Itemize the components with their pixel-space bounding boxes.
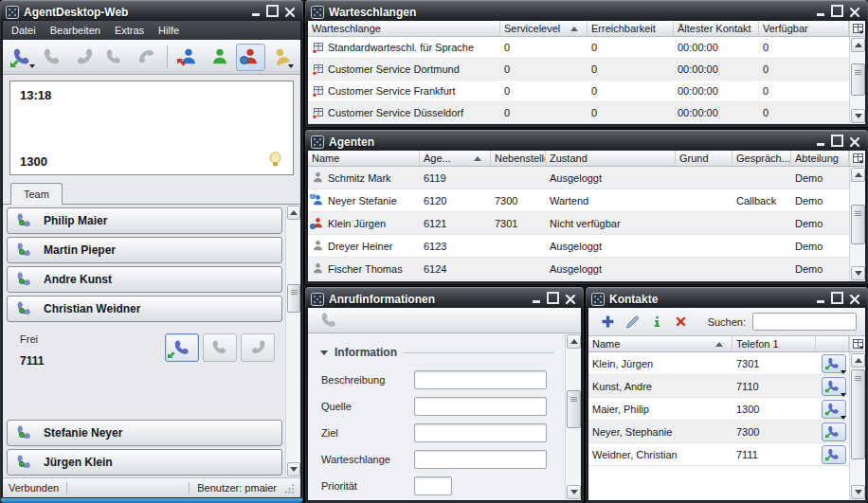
maximize-button[interactable]	[546, 293, 560, 305]
minimize-button[interactable]	[813, 293, 827, 305]
titlebar[interactable]: Agenten	[308, 133, 865, 151]
scroll-down-button[interactable]	[287, 462, 300, 476]
close-button[interactable]	[282, 6, 297, 18]
column-chooser-button[interactable]	[849, 21, 865, 36]
contact-info-button[interactable]	[645, 311, 668, 333]
scroll-down-button[interactable]	[851, 266, 865, 280]
agents-scrollbar[interactable]	[849, 167, 865, 281]
agent-not-available-button[interactable]	[236, 44, 265, 71]
scroll-thumb[interactable]	[287, 284, 300, 313]
table-row[interactable]: Neyer, Stephanie 7300	[588, 421, 865, 443]
table-row[interactable]: Customer Service Dortmund 0 0 00:00:00 0	[308, 59, 865, 81]
table-row[interactable]: Customer Service Düsseldorf 0 0 00:00:00…	[308, 102, 865, 124]
maximize-button[interactable]	[830, 135, 844, 148]
column-header-agent-id[interactable]: Age...	[420, 151, 491, 166]
titlebar[interactable]: AgentDesktop-Web	[3, 3, 300, 21]
call-contact-button[interactable]	[822, 400, 846, 419]
titlebar[interactable]: Kontakte	[588, 290, 865, 308]
scroll-thumb[interactable]	[851, 205, 865, 244]
titlebar[interactable]: Warteschlangen	[308, 3, 865, 21]
menu-datei[interactable]: Datei	[11, 25, 36, 36]
hangup-call-button[interactable]	[131, 44, 160, 71]
table-row[interactable]: Klein Jürgen 6121 7301 Nicht verfügbar D…	[308, 212, 865, 235]
transfer-to-member-button[interactable]	[203, 333, 237, 362]
minimize-button[interactable]	[529, 293, 543, 305]
close-button[interactable]	[847, 293, 861, 305]
call-contact-button[interactable]	[822, 377, 846, 396]
minimize-button[interactable]	[813, 6, 827, 18]
call-contact-button[interactable]	[822, 354, 846, 373]
menu-bearbeiten[interactable]: Bearbeiten	[50, 25, 100, 36]
team-scrollbar[interactable]	[285, 205, 300, 477]
titlebar[interactable]: Anrufinformationen	[308, 290, 581, 308]
call-button[interactable]	[8, 44, 37, 71]
scroll-thumb[interactable]	[851, 369, 865, 459]
column-header-grund[interactable]: Grund	[676, 151, 732, 166]
table-row[interactable]: Fischer Thomas 6124 Ausgeloggt Demo	[308, 258, 865, 280]
call-contact-button[interactable]	[822, 422, 846, 441]
add-contact-button[interactable]	[597, 311, 620, 333]
column-header-name[interactable]: Name	[588, 336, 732, 351]
forward-call-button[interactable]	[69, 44, 99, 71]
column-header-gespraech[interactable]: Gespräch...	[732, 151, 791, 166]
close-button[interactable]	[847, 135, 861, 148]
column-header-aeltester-kontakt[interactable]: Ältester Kontakt	[674, 21, 759, 36]
menu-hilfe[interactable]: Hilfe	[158, 25, 179, 36]
column-header-servicelevel[interactable]: Servicelevel	[500, 21, 588, 36]
delete-contact-button[interactable]	[670, 311, 693, 333]
pickup-call-button[interactable]	[39, 44, 68, 71]
team-member-juergen-klein[interactable]: Jürgen Klein	[7, 449, 282, 476]
table-row[interactable]: Schmitz Mark 6119 Ausgeloggt Demo	[308, 167, 865, 189]
scroll-down-button[interactable]	[851, 109, 865, 123]
column-header-zustand[interactable]: Zustand	[546, 151, 676, 166]
agent-status-edit-button[interactable]	[267, 44, 297, 71]
column-header-actions[interactable]	[816, 336, 849, 351]
quelle-field[interactable]	[414, 397, 547, 416]
edit-contact-button[interactable]	[622, 311, 644, 333]
maximize-button[interactable]	[830, 293, 844, 305]
column-chooser-button[interactable]	[849, 336, 865, 351]
team-member-stefanie-neyer[interactable]: Stefanie Neyer	[7, 420, 282, 446]
consult-call-button[interactable]	[100, 44, 130, 71]
scroll-thumb[interactable]	[567, 390, 581, 428]
scroll-up-button[interactable]	[851, 168, 865, 182]
hangup-call-button[interactable]	[316, 309, 341, 332]
column-header-nebenstelle[interactable]: Nebenstelle	[491, 151, 546, 166]
queues-scrollbar[interactable]	[849, 37, 865, 124]
column-header-warteschlange[interactable]: Warteschlange	[308, 21, 500, 36]
call-contact-button[interactable]	[822, 445, 846, 464]
search-input[interactable]	[752, 313, 857, 331]
scroll-up-button[interactable]	[851, 353, 865, 368]
minimize-button[interactable]	[248, 6, 262, 18]
call-member-button[interactable]	[165, 333, 199, 362]
close-button[interactable]	[847, 6, 861, 18]
close-button[interactable]	[563, 293, 577, 305]
table-row[interactable]: Neyer Stefanie 6120 7300 Wartend Callbac…	[308, 189, 865, 212]
table-row[interactable]: Klein, Jürgen 7301	[588, 352, 865, 375]
maximize-button[interactable]	[830, 6, 844, 18]
scroll-down-button[interactable]	[851, 485, 865, 499]
beschreibung-field[interactable]	[414, 370, 547, 389]
table-row[interactable]: Weidner, Christian 7111	[588, 443, 865, 466]
scroll-up-button[interactable]	[287, 206, 300, 220]
table-row[interactable]: Standardwarteschl. für Sprache 0 0 00:00…	[308, 37, 865, 59]
scroll-up-button[interactable]	[567, 334, 581, 349]
column-header-name[interactable]: Name	[308, 151, 420, 166]
ziel-field[interactable]	[414, 423, 547, 442]
tab-team[interactable]: Team	[10, 183, 63, 205]
agent-login-button[interactable]	[174, 44, 204, 71]
table-row[interactable]: Kunst, Andre 7110	[588, 375, 865, 398]
team-member-philip-maier[interactable]: Philip Maier	[7, 207, 282, 234]
team-member-christian-weidner[interactable]: Christian Weidner	[7, 296, 282, 322]
column-header-erreichbarkeit[interactable]: Erreichbarkeit	[588, 21, 674, 36]
table-row[interactable]: Customer Service Frankfurt 0 0 00:00:00 …	[308, 81, 865, 102]
consult-member-button[interactable]	[241, 333, 275, 362]
maximize-button[interactable]	[265, 6, 280, 18]
scroll-thumb[interactable]	[851, 63, 865, 96]
warteschlange-field[interactable]	[414, 450, 547, 469]
callinfo-scrollbar[interactable]	[565, 333, 581, 500]
section-collapse-icon[interactable]	[320, 350, 328, 355]
column-chooser-button[interactable]	[849, 151, 865, 166]
column-header-abteilung[interactable]: Abteilung	[791, 151, 849, 166]
column-header-telefon1[interactable]: Telefon 1	[732, 336, 816, 351]
